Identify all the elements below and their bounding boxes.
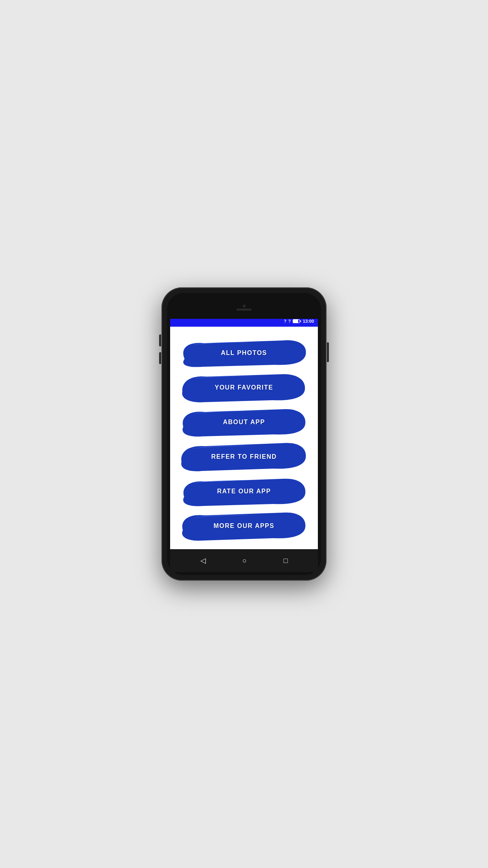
your-favorite-button[interactable]: YOUR FAVORITE bbox=[178, 372, 310, 403]
status-time: 13:00 bbox=[303, 319, 314, 324]
more-our-apps-button[interactable]: MORE OUR APPS bbox=[178, 510, 310, 542]
signal-icon-2: ? bbox=[288, 319, 291, 324]
volume-down-button[interactable] bbox=[159, 352, 161, 364]
phone-top-hardware bbox=[170, 296, 318, 319]
nav-bar: ◁ ○ □ bbox=[170, 549, 318, 572]
recent-nav-icon[interactable]: □ bbox=[283, 557, 288, 565]
phone-screen-area: ? ? 13:00 ALL PHOTOSYOUR FAVORITEABOUT A… bbox=[167, 293, 321, 575]
battery-icon bbox=[293, 319, 300, 323]
more-our-apps-label: MORE OUR APPS bbox=[214, 522, 275, 530]
front-camera bbox=[243, 305, 246, 307]
refer-to-friend-button[interactable]: REFER TO FRIEND bbox=[178, 441, 310, 473]
refer-to-friend-label: REFER TO FRIEND bbox=[211, 453, 277, 460]
phone-screen: ? ? 13:00 ALL PHOTOSYOUR FAVORITEABOUT A… bbox=[170, 316, 318, 552]
power-button[interactable] bbox=[327, 342, 329, 362]
signal-icon-1: ? bbox=[284, 319, 286, 324]
about-app-button[interactable]: ABOUT APP bbox=[178, 406, 310, 438]
all-photos-label: ALL PHOTOS bbox=[221, 349, 267, 357]
volume-up-button[interactable] bbox=[159, 335, 161, 346]
main-content: ALL PHOTOSYOUR FAVORITEABOUT APPREFER TO… bbox=[170, 327, 318, 552]
rate-our-app-label: RATE OUR APP bbox=[217, 488, 271, 495]
about-app-label: ABOUT APP bbox=[223, 419, 265, 426]
home-nav-icon[interactable]: ○ bbox=[242, 557, 247, 565]
earpiece-speaker bbox=[237, 309, 251, 311]
rate-our-app-button[interactable]: RATE OUR APP bbox=[178, 476, 310, 507]
phone-device: ? ? 13:00 ALL PHOTOSYOUR FAVORITEABOUT A… bbox=[161, 287, 327, 581]
your-favorite-label: YOUR FAVORITE bbox=[215, 384, 273, 391]
back-nav-icon[interactable]: ◁ bbox=[200, 556, 206, 565]
all-photos-button[interactable]: ALL PHOTOS bbox=[178, 337, 310, 369]
